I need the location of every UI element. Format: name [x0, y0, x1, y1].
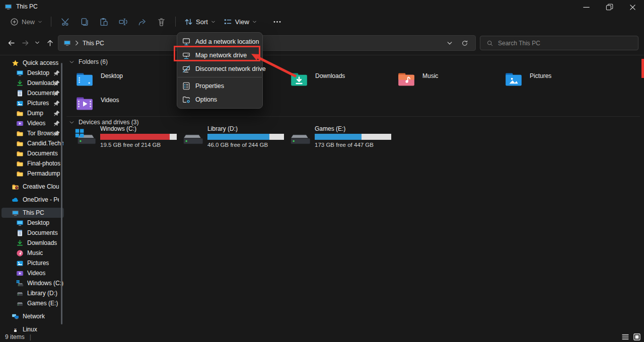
rename-button[interactable]	[113, 14, 132, 29]
cloud-icon	[12, 196, 19, 204]
sidebar-item-this-pc[interactable]: This PC	[2, 208, 64, 218]
details-view-button[interactable]	[621, 332, 630, 341]
refresh-button[interactable]	[457, 36, 472, 50]
sidebar-item-permadump[interactable]: Permadump	[2, 168, 64, 179]
sidebar-item-linux[interactable]: Linux	[2, 324, 64, 332]
sidebar-item-music[interactable]: Music	[2, 248, 64, 258]
sidebar-item-videos[interactable]: Videos	[2, 118, 64, 128]
share-button[interactable]	[132, 14, 152, 29]
folders-section-header[interactable]: Folders (6)	[69, 58, 108, 65]
sort-button[interactable]: Sort	[180, 14, 220, 29]
folder-tile-videos[interactable]: Videos	[73, 92, 176, 115]
sidebar-item-label: Candid.Technolo	[27, 140, 63, 147]
folder-tile-pictures[interactable]: Pictures	[502, 68, 605, 91]
sidebar-item-tor-browser[interactable]: Tor Browser	[2, 128, 64, 138]
folder-tile-desktop[interactable]: Desktop	[73, 68, 176, 91]
address-dropdown-button[interactable]	[442, 36, 457, 50]
sidebar-item-documents[interactable]: Documents	[2, 228, 64, 238]
search-input[interactable]	[498, 40, 632, 47]
folder-icon	[16, 110, 24, 117]
sidebar-item-dump[interactable]: Dump	[2, 108, 64, 118]
status-separator: |	[30, 333, 31, 340]
sidebar-item-pictures[interactable]: Pictures	[2, 258, 64, 268]
paste-button[interactable]	[94, 14, 113, 29]
toolbar-separator	[51, 17, 51, 27]
sidebar-item-documents[interactable]: Documents	[2, 88, 64, 98]
plus-circle-icon	[10, 17, 19, 27]
new-button[interactable]: New	[6, 14, 46, 29]
address-bar[interactable]: This PC	[58, 35, 476, 51]
drive-name: Windows (C:)	[100, 125, 177, 133]
pin-icon	[53, 100, 60, 107]
breadcrumb[interactable]: This PC	[83, 40, 104, 47]
music-icon	[16, 249, 24, 257]
search-icon	[486, 40, 493, 47]
close-button[interactable]	[621, 0, 644, 14]
sidebar-item-downloads[interactable]: Downloads	[2, 238, 64, 248]
cut-button[interactable]	[56, 14, 75, 29]
pin-icon	[53, 110, 60, 117]
drives-section-header[interactable]: Devices and drives (3)	[69, 119, 138, 126]
sidebar-item-final-photos[interactable]: Final-photos	[2, 158, 64, 168]
desktop-icon	[16, 219, 24, 227]
sidebar-item-label: Music	[27, 249, 43, 256]
copy-button[interactable]	[75, 14, 94, 29]
sidebar-item-label: Desktop	[27, 219, 49, 226]
menu-item-disconnect-network-drive[interactable]: Disconnect network drive	[177, 62, 262, 75]
drive-tile-library-d[interactable]: Library (D:)46.0 GB free of 244 GB	[180, 125, 283, 150]
search-box[interactable]	[480, 36, 638, 50]
video-icon	[16, 270, 24, 277]
menu-item-properties[interactable]: Properties	[177, 79, 262, 93]
folderVideos-icon	[75, 92, 95, 115]
sidebar-item-videos[interactable]: Videos	[2, 268, 64, 278]
sidebar-item-games-e[interactable]: Games (E:)	[2, 298, 64, 308]
folder-icon	[16, 160, 24, 167]
sidebar-item-onedrive-persor[interactable]: OneDrive - Persor	[2, 195, 64, 205]
titlebar: This PC	[0, 0, 644, 13]
sidebar-item-library-d[interactable]: Library (D:)	[2, 288, 64, 298]
file-list-area: Folders (6) DesktopDocumentsDownloadsMus…	[66, 56, 644, 332]
sidebar-item-downloads[interactable]: Downloads	[2, 78, 64, 88]
sidebar-item-documents[interactable]: Documents	[2, 148, 64, 158]
sidebar-item-label: Pictures	[27, 100, 49, 107]
sidebar-item-creative-cloud-fil[interactable]: Creative Cloud Fil	[2, 182, 64, 192]
drive-info: Games (E:)173 GB free of 447 GB	[315, 125, 391, 150]
star-icon	[12, 59, 19, 67]
delete-button[interactable]	[152, 14, 171, 29]
forward-button[interactable]	[18, 36, 32, 50]
folder-icon	[16, 170, 24, 178]
folder-tile-downloads[interactable]: Downloads	[288, 68, 391, 91]
document-icon	[16, 229, 24, 237]
folder-tile-music[interactable]: Music	[395, 68, 498, 91]
picture-icon	[16, 260, 24, 267]
sidebar-item-quick-access[interactable]: Quick access	[2, 58, 64, 68]
sidebar-item-windows-c[interactable]: Windows (C:)	[2, 278, 64, 288]
sidebar-item-candid-technolo[interactable]: Candid.Technolo	[2, 138, 64, 148]
mProperties-icon	[182, 81, 191, 91]
drive-icon	[16, 290, 24, 297]
chevron-down-icon	[210, 19, 216, 25]
view-button[interactable]: View	[220, 14, 261, 29]
sidebar-item-desktop[interactable]: Desktop	[2, 68, 64, 78]
minimize-button[interactable]	[575, 0, 598, 14]
menu-item-options[interactable]: Options	[177, 93, 262, 106]
sidebar-item-pictures[interactable]: Pictures	[2, 98, 64, 108]
sidebar-item-label: Dump	[27, 110, 43, 117]
sidebar-item-network[interactable]: Network	[2, 311, 64, 321]
sidebar-item-label: Quick access	[23, 59, 58, 66]
back-button[interactable]	[4, 36, 18, 50]
sidebar-item-desktop[interactable]: Desktop	[2, 218, 64, 228]
large-thumbnails-view-button[interactable]	[632, 332, 641, 341]
up-button[interactable]	[43, 36, 57, 50]
see-more-button[interactable]	[268, 14, 287, 29]
folder-tile-label: Videos	[101, 97, 119, 115]
drive-tile-games-e[interactable]: Games (E:)173 GB free of 447 GB	[288, 125, 391, 150]
sidebar-item-label: Pictures	[27, 260, 49, 267]
drive-tile-windows-c[interactable]: Windows (C:)19.5 GB free of 214 GB	[73, 125, 176, 150]
sidebar-item-label: Desktop	[27, 69, 49, 76]
restore-button[interactable]	[598, 0, 621, 14]
recent-locations-button[interactable]	[31, 36, 43, 50]
see-more-menu: Add a network locationMap network driveD…	[177, 32, 263, 109]
sidebar-scrollbar[interactable]	[61, 63, 62, 324]
copy-icon	[80, 17, 90, 27]
